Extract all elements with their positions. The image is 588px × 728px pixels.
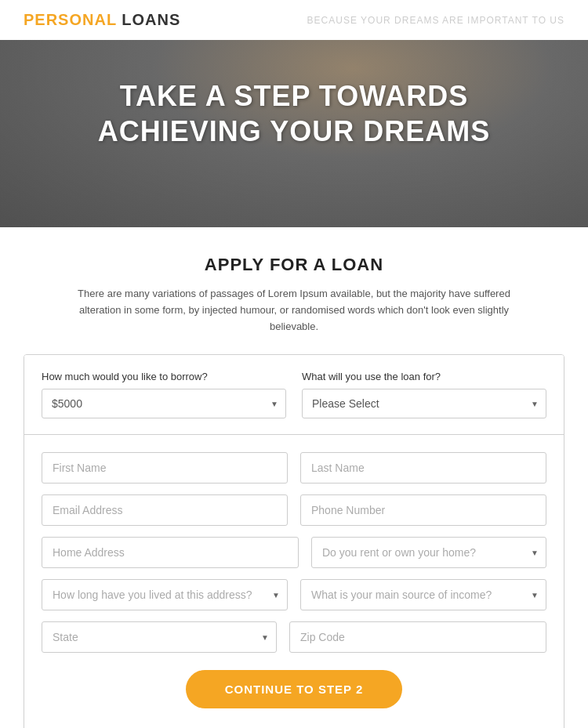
logo: PERSONAL LOANS — [24, 11, 180, 29]
borrow-amount-select[interactable]: $5000 $10000 $15000 $20000 $25000 — [42, 389, 286, 418]
lived-select-wrap: How long have you lived at this address?… — [42, 579, 288, 610]
loan-use-select-wrap: Please Select Debt Consolidation Home Im… — [302, 389, 546, 418]
loan-use-label: What will you use the loan for? — [302, 371, 546, 382]
borrow-label: How much would you like to borrow? — [42, 371, 286, 382]
logo-personal: PERSONAL — [24, 11, 117, 28]
logo-loans: LOANS — [117, 11, 181, 28]
rent-own-select-wrap: Do you rent or own your home? Own Rent — [311, 537, 546, 568]
residence-row: How long have you lived at this address?… — [42, 579, 546, 610]
state-select[interactable]: State Alabama Alaska Arizona California … — [42, 621, 277, 653]
rent-own-select[interactable]: Do you rent or own your home? Own Rent — [311, 537, 546, 568]
form-top-row: How much would you like to borrow? $5000… — [24, 355, 564, 435]
income-select-wrap: What is your main source of income? Empl… — [300, 579, 546, 610]
home-address-input[interactable] — [42, 537, 299, 568]
main-section: APPLY FOR A LOAN There are many variatio… — [0, 227, 588, 728]
contact-row — [42, 494, 546, 526]
section-description: There are many variations of passages of… — [59, 286, 529, 335]
state-select-wrap: State Alabama Alaska Arizona California … — [42, 621, 277, 653]
income-source-select[interactable]: What is your main source of income? Empl… — [300, 579, 546, 610]
continue-button[interactable]: CONTINUE TO STEP 2 — [186, 670, 403, 708]
borrow-amount-col: How much would you like to borrow? $5000… — [42, 371, 286, 418]
loan-use-select[interactable]: Please Select Debt Consolidation Home Im… — [302, 389, 546, 418]
zip-code-input[interactable] — [289, 621, 546, 653]
loan-form-card: How much would you like to borrow? $5000… — [24, 354, 564, 728]
name-row — [42, 452, 546, 484]
hero-content: TAKE A STEP TOWARDS ACHIEVING YOUR DREAM… — [98, 78, 490, 149]
first-name-input[interactable] — [42, 452, 288, 484]
section-title: APPLY FOR A LOAN — [24, 255, 564, 275]
loan-use-col: What will you use the loan for? Please S… — [302, 371, 546, 418]
email-input[interactable] — [42, 494, 288, 526]
borrow-select-wrap: $5000 $10000 $15000 $20000 $25000 — [42, 389, 286, 418]
last-name-input[interactable] — [300, 452, 546, 484]
header: PERSONAL LOANS BECAUSE YOUR DREAMS ARE I… — [0, 0, 588, 40]
address-row: Do you rent or own your home? Own Rent — [42, 537, 546, 568]
location-row: State Alabama Alaska Arizona California … — [42, 621, 546, 653]
lived-at-address-select[interactable]: How long have you lived at this address?… — [42, 579, 288, 610]
tagline: BECAUSE YOUR DREAMS ARE IMPORTANT TO US — [307, 15, 564, 26]
phone-input[interactable] — [300, 494, 546, 526]
hero-headline: TAKE A STEP TOWARDS ACHIEVING YOUR DREAM… — [98, 78, 490, 149]
form-fields-section: Do you rent or own your home? Own Rent H… — [24, 435, 564, 728]
